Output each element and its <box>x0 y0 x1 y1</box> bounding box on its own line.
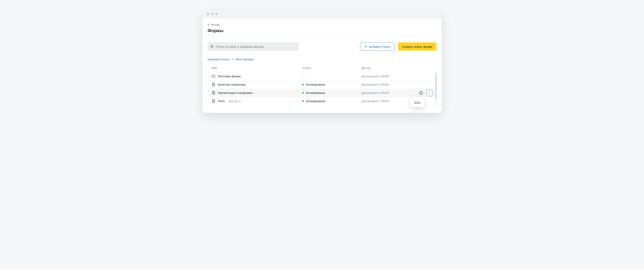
status-empty: — <box>302 74 305 78</box>
folder-icon <box>212 74 216 78</box>
search-input[interactable] <box>216 45 296 48</box>
name-cell: Презентация платформы <box>212 91 302 95</box>
more-vertical-icon <box>428 91 431 95</box>
status-text: Активирована <box>306 100 325 103</box>
table-body: Тестовая форма—Департамент DEMOКачество … <box>208 72 436 105</box>
access-cell: Департамент DEMO <box>362 100 407 103</box>
more-button[interactable] <box>426 90 432 96</box>
status-cell: Активирована <box>302 100 362 103</box>
status-cell: Активирована <box>302 83 362 86</box>
back-link[interactable]: Назад <box>208 23 436 26</box>
status-cell: — <box>302 74 362 78</box>
create-form-label: Создать новую форму <box>402 45 432 48</box>
create-form-button[interactable]: Создать новую форму <box>398 42 436 51</box>
actions-cell: 2021 <box>407 90 432 96</box>
chevron-left-icon <box>208 23 209 26</box>
access-cell: Департамент DEMO <box>362 74 407 78</box>
table-row[interactable]: Тестовая форма—Департамент DEMO <box>208 72 436 80</box>
col-access: Доступ <box>362 66 407 70</box>
status-dot-icon <box>302 92 304 94</box>
row-name: Тестовая форма <box>218 74 240 78</box>
info-button[interactable] <box>418 90 424 96</box>
page-content: Назад Формы Добавить папку Создать новую… <box>202 18 442 113</box>
row-version: версия 3 <box>228 100 240 103</box>
clipboard-check-icon <box>212 99 216 103</box>
table-row[interactable]: Презентация платформыАктивированаДепарта… <box>208 88 436 97</box>
name-cell: Тестовая форма <box>212 74 302 78</box>
window-titlebar <box>202 10 442 18</box>
search-box[interactable] <box>208 42 299 51</box>
window-dot <box>216 13 218 15</box>
status-dot-icon <box>302 100 304 102</box>
status-cell: Активирована <box>302 91 362 94</box>
status-dot-icon <box>302 84 304 86</box>
table-row[interactable]: Качество оператораАктивированаДепартамен… <box>208 80 436 88</box>
page-title: Формы <box>208 28 436 33</box>
breadcrumb: Корневая папка demo формы <box>208 58 436 61</box>
status-text: Активирована <box>306 91 325 94</box>
breadcrumb-current[interactable]: demo формы <box>236 58 254 61</box>
name-cell: Качество оператора <box>212 83 302 86</box>
scrollbar-thumb[interactable] <box>436 73 436 98</box>
svg-line-1 <box>212 47 213 48</box>
row-name: Презентация платформы <box>218 91 253 94</box>
clipboard-check-icon <box>212 91 216 95</box>
divider <box>208 36 436 36</box>
access-cell: Департамент DEMO <box>362 83 407 86</box>
col-name: Имя <box>212 66 302 70</box>
chevron-right-icon <box>232 58 233 60</box>
breadcrumb-root[interactable]: Корневая папка <box>208 58 229 61</box>
info-icon <box>419 91 423 95</box>
row-name: Test1 <box>218 100 225 103</box>
table-row[interactable]: Test1версия 3АктивированаДепартамент DEM… <box>208 97 436 105</box>
window-dot <box>211 13 214 15</box>
search-icon <box>210 45 214 48</box>
window-dot <box>207 13 209 15</box>
name-cell: Test1версия 3 <box>212 99 302 103</box>
toolbar-right: Добавить папку Создать новую форму <box>360 42 436 51</box>
add-folder-button[interactable]: Добавить папку <box>360 42 394 51</box>
plus-icon <box>364 45 368 48</box>
toolbar: Добавить папку Создать новую форму <box>208 42 436 51</box>
browser-window: Назад Формы Добавить папку Создать новую… <box>202 10 442 113</box>
table-header: Имя Статус Доступ <box>208 66 436 72</box>
access-cell: Департамент DEMO <box>362 91 407 94</box>
tooltip: 2021 <box>410 98 424 107</box>
row-name: Качество оператора <box>218 83 246 86</box>
add-folder-label: Добавить папку <box>369 45 390 48</box>
back-label: Назад <box>211 23 220 26</box>
status-text: Активирована <box>306 83 325 86</box>
clipboard-check-icon <box>212 83 216 86</box>
table: Имя Статус Доступ Тестовая форма—Департа… <box>208 66 436 105</box>
col-status: Статус <box>302 66 362 70</box>
